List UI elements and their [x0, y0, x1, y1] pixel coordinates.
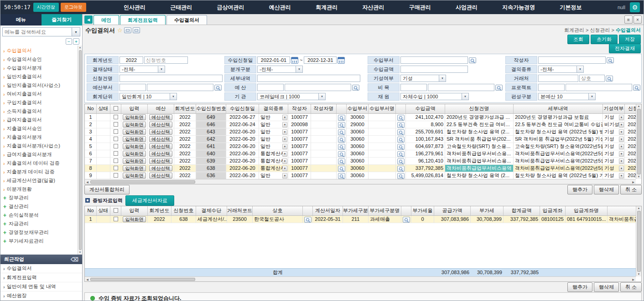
- sidebar-item[interactable]: ›급여지출결의서분개: [3, 150, 78, 159]
- calendar-icon[interactable]: [338, 57, 345, 64]
- search-icon[interactable]: [338, 115, 345, 121]
- sidebar-item[interactable]: ›지출결의서분개(사업소): [3, 142, 78, 150]
- table-row[interactable]: 8입력화면예산선택20226382022-06-20통합계산서▼10007730…: [85, 165, 636, 172]
- decision-kind-cell[interactable]: 통합계산서▼: [259, 150, 288, 158]
- search-cell[interactable]: [303, 216, 313, 223]
- input-button-cell[interactable]: 입력화면: [121, 158, 148, 165]
- budget-select-button[interactable]: 예산선택: [149, 165, 172, 171]
- input-button-cell[interactable]: 입력화면: [121, 143, 148, 150]
- delete-row-button[interactable]: 행삭제: [594, 282, 619, 292]
- horizontal-scrollbar[interactable]: ◀▶: [85, 276, 636, 281]
- search-cell[interactable]: [337, 114, 347, 121]
- input-button-cell[interactable]: 입력화면: [121, 136, 148, 143]
- table-row[interactable]: 9입력화면예산선택20226362022-06-20일반▼10007730060…: [85, 172, 636, 179]
- scroll-thumb[interactable]: [90, 180, 195, 184]
- budget-select-button[interactable]: 예산선택: [149, 158, 172, 164]
- cancel-button[interactable]: 취 소: [620, 185, 642, 194]
- input-screen-button[interactable]: 입력화면: [123, 129, 146, 135]
- budget-select-button[interactable]: 예산선택: [149, 122, 172, 128]
- table-row[interactable]: 1입력화면2022638세금계산서/...23500한국철도공사2022-05-…: [85, 216, 636, 223]
- table-row[interactable]: 5입력화면예산선택20226412022-06-20일반▼10007730060…: [85, 143, 636, 150]
- budget-name-input[interactable]: [285, 84, 351, 91]
- input-screen-button[interactable]: 입력화면: [123, 173, 146, 179]
- row-checkbox[interactable]: [114, 166, 118, 170]
- top-menu-item[interactable]: 근태관리: [170, 4, 192, 11]
- search-icon[interactable]: [495, 85, 503, 91]
- dropdown-arrow-icon[interactable]: ▼: [282, 151, 287, 157]
- scroll-right-icon[interactable]: ▶: [631, 278, 636, 281]
- row-checkbox[interactable]: [114, 158, 118, 163]
- search-cell[interactable]: [396, 172, 406, 179]
- dropdown-arrow-icon[interactable]: ▼: [282, 115, 287, 120]
- sidebar-item[interactable]: ›지출결의서분개: [3, 133, 78, 142]
- income-dept-input[interactable]: [400, 56, 468, 64]
- input-screen-button[interactable]: 입력화면: [123, 151, 146, 157]
- tab-list-icon[interactable]: ≡: [624, 15, 633, 24]
- search-icon[interactable]: [338, 137, 345, 143]
- decision-kind-cell[interactable]: 통합계산서▼: [259, 165, 288, 172]
- checkbox-cell[interactable]: [110, 150, 121, 158]
- row-checkbox[interactable]: [114, 115, 118, 119]
- add-row-button[interactable]: 행추가: [567, 185, 592, 194]
- collapse-all-button[interactable]: −: [66, 38, 72, 45]
- dropdown-arrow-icon[interactable]: ▼: [282, 137, 287, 142]
- budget-select-button[interactable]: 예산선택: [149, 114, 172, 120]
- new-window-icon[interactable]: [133, 27, 140, 33]
- memo-cell[interactable]: 객차비품취급업무서비스용...: [608, 216, 636, 223]
- sidebar-item[interactable]: ›지출결의서 데이터 검증: [3, 159, 78, 168]
- dropdown-arrow-icon[interactable]: ▼: [282, 144, 287, 149]
- decision-kind-cell[interactable]: 통합계산서▼: [259, 158, 288, 165]
- checkbox-cell[interactable]: [110, 143, 121, 150]
- completion-cell[interactable]: 기성▼: [603, 158, 625, 165]
- dropdown-arrow-icon[interactable]: ▼: [619, 144, 624, 149]
- search-icon[interactable]: [606, 76, 613, 82]
- sidebar-item[interactable]: ›구입지출결의서: [3, 98, 78, 107]
- dropdown-arrow-icon[interactable]: ▼: [72, 28, 80, 36]
- checkbox-cell[interactable]: [110, 172, 121, 179]
- table-row[interactable]: 6입력화면예산선택20226402022-06-20통합계산서▼10007730…: [85, 150, 636, 158]
- tab-close-icon[interactable]: ×: [634, 15, 642, 24]
- completion-cell[interactable]: 기성▼: [603, 150, 625, 158]
- budget-type-select[interactable]: 본예산 10▼: [538, 93, 596, 100]
- sidebar-item[interactable]: ›수입결의서분개: [3, 64, 78, 72]
- row-checkbox[interactable]: [114, 137, 118, 141]
- project-code-input[interactable]: [538, 84, 565, 91]
- sidebar-item[interactable]: ›수입결의서승인: [3, 55, 78, 64]
- calendar-icon[interactable]: [291, 57, 298, 64]
- budget-button-cell[interactable]: 예산선택: [148, 172, 174, 179]
- budget-button-cell[interactable]: 예산선택: [148, 136, 174, 143]
- sidebar-group[interactable]: +자금관리: [3, 219, 78, 228]
- checkbox-cell[interactable]: [110, 114, 121, 121]
- budget-select-button[interactable]: 예산선택: [149, 143, 172, 149]
- input-screen-button[interactable]: 입력화면: [123, 143, 146, 149]
- input-screen-button[interactable]: 입력화면: [123, 114, 146, 120]
- top-menu-item[interactable]: 사업관리: [456, 4, 478, 11]
- sidebar-item[interactable]: ›지출분개 데이터 검증: [3, 168, 78, 176]
- dropdown-arrow-icon[interactable]: ▼: [619, 151, 624, 157]
- expense-item-name-input[interactable]: [428, 84, 494, 91]
- search-cell[interactable]: [337, 121, 347, 128]
- completion-cell[interactable]: 기성▼: [603, 143, 625, 150]
- approval-state-select[interactable]: -전체-▼: [119, 66, 165, 73]
- input-button-cell[interactable]: 입력화면: [121, 172, 148, 179]
- expense-item-code-input[interactable]: [400, 84, 427, 91]
- cancel-button[interactable]: 취 소: [620, 282, 642, 292]
- horizontal-scrollbar[interactable]: ◀▶: [85, 179, 636, 184]
- checkbox-cell[interactable]: [110, 216, 121, 223]
- decision-kind-cell[interactable]: 일반▼: [259, 114, 288, 121]
- checkbox-cell[interactable]: [110, 158, 121, 165]
- sidebar-group[interactable]: +결산관리: [3, 202, 78, 211]
- search-icon[interactable]: [397, 173, 405, 179]
- scroll-up-icon[interactable]: ▲: [638, 104, 640, 108]
- scroll-left-icon[interactable]: ◀: [85, 278, 90, 281]
- search-icon[interactable]: [338, 173, 345, 179]
- completion-cell[interactable]: 비기성▼: [603, 121, 625, 128]
- scroll-thumb[interactable]: [637, 109, 641, 174]
- top-menu-item[interactable]: 회계관리: [316, 4, 338, 11]
- settings-gear-icon[interactable]: ⚙: [630, 2, 640, 12]
- sidebar-item[interactable]: ›세금계산서연결(일괄): [3, 176, 78, 185]
- search-icon[interactable]: [352, 85, 359, 91]
- search-icon[interactable]: [338, 144, 345, 150]
- date-to-input[interactable]: [304, 56, 337, 64]
- search-button[interactable]: 조회: [567, 35, 589, 44]
